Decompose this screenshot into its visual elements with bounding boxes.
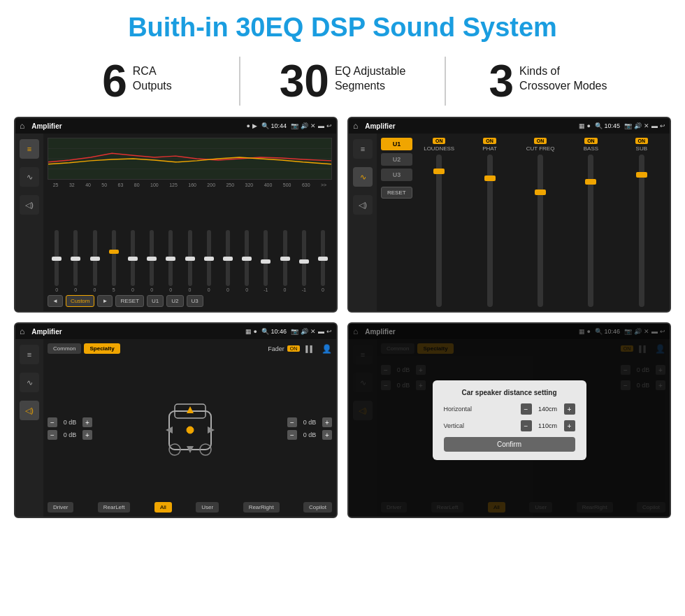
confirm-button[interactable]: Confirm — [444, 437, 575, 452]
eq-sidebar-speaker[interactable]: ◁) — [20, 195, 39, 215]
fader-sidebar-eq[interactable]: ≡ — [20, 345, 39, 364]
eq-u3-btn[interactable]: U3 — [187, 295, 203, 307]
eq-custom-btn[interactable]: Custom — [66, 295, 95, 307]
specialty-tab[interactable]: Specialty — [84, 343, 120, 354]
eq-slider-7[interactable]: 0 — [161, 230, 180, 292]
fader-status-icons-right: 📷 🔊 ✕ ▬ ↩ — [291, 328, 332, 335]
u2-btn[interactable]: U2 — [381, 153, 412, 166]
eq-val-15: 0 — [322, 287, 324, 292]
fader-status-bar: ⌂ Amplifier ▦ ● 🔍 10:46 📷 🔊 ✕ ▬ ↩ — [15, 324, 336, 339]
svg-point-7 — [187, 427, 194, 434]
fader-screen-inner: ≡ ∿ ◁) Common Specialty Fader ON ▌▌ 👤 — [15, 339, 336, 517]
db-minus-fr[interactable]: − — [287, 417, 297, 427]
db-plus-rr[interactable]: + — [322, 430, 332, 440]
freq-125: 125 — [169, 182, 178, 187]
fader-bottom-bar: Driver RearLeft All User RearRight Copil… — [48, 502, 332, 513]
u1-btn[interactable]: U1 — [381, 138, 412, 150]
eq-reset-btn[interactable]: RESET — [115, 295, 144, 307]
cutfreq-label: CUT FREQ — [526, 145, 555, 152]
driver-btn[interactable]: Driver — [48, 502, 73, 513]
db-plus-rl[interactable]: + — [82, 430, 92, 440]
user-btn[interactable]: User — [196, 502, 219, 513]
stat-crossover-label: Kinds ofCrossover Modes — [519, 59, 607, 94]
fader-sidebar-wave[interactable]: ∿ — [20, 373, 39, 392]
eq-prev-btn[interactable]: ◄ — [48, 295, 63, 307]
dot-icon: ● — [247, 122, 250, 129]
horizontal-minus-btn[interactable]: − — [521, 403, 532, 415]
eq-slider-9[interactable]: 0 — [200, 230, 218, 292]
crossover-sidebar-speaker[interactable]: ◁) — [353, 195, 373, 215]
vertical-minus-btn[interactable]: − — [521, 420, 532, 431]
eq-sidebar-wave[interactable]: ∿ — [20, 167, 39, 187]
eq-slider-11[interactable]: 0 — [238, 230, 256, 292]
volume-icon-2: 🔊 — [634, 122, 642, 129]
dialog-horizontal-row: Horizontal − 140cm + — [444, 403, 575, 415]
eq-slider-13[interactable]: 0 — [275, 230, 294, 292]
crossover-reset-btn[interactable]: RESET — [381, 187, 412, 199]
db-minus-rl[interactable]: − — [48, 430, 57, 440]
eq-slider-4[interactable]: 5 — [105, 230, 123, 292]
eq-slider-3[interactable]: 0 — [85, 230, 103, 292]
common-tab[interactable]: Common — [48, 343, 81, 354]
window-icon: ▬ — [318, 122, 324, 129]
eq-status-bar: ⌂ Amplifier ● ▶ 🔍 10:44 📷 🔊 ✕ ▬ ↩ — [15, 118, 336, 134]
eq-u1-btn[interactable]: U1 — [147, 295, 164, 307]
close-icon-3: ✕ — [310, 328, 316, 335]
eq-val-13: 0 — [284, 287, 287, 292]
copilot-btn[interactable]: Copilot — [303, 502, 332, 513]
eq-slider-5[interactable]: 0 — [124, 230, 142, 292]
eq-slider-8[interactable]: 0 — [180, 230, 199, 292]
eq-slider-1[interactable]: 0 — [48, 230, 66, 292]
rearleft-btn[interactable]: RearLeft — [98, 502, 131, 513]
u3-btn[interactable]: U3 — [381, 169, 412, 181]
fader-on-badge: ON — [287, 345, 301, 352]
db-plus-fr[interactable]: + — [322, 417, 332, 427]
db-plus-fl[interactable]: + — [82, 417, 92, 427]
sub-label: SUB — [636, 145, 647, 152]
eq-play-btn[interactable]: ► — [97, 295, 113, 307]
eq-left-sidebar: ≡ ∿ ◁) — [15, 134, 43, 311]
phat-slider[interactable] — [487, 155, 493, 307]
window-icon-2: ▬ — [651, 122, 658, 129]
freq-80: 80 — [134, 182, 140, 187]
eq-graph — [48, 138, 332, 180]
cutfreq-on-badge: ON — [534, 138, 547, 144]
horizontal-plus-btn[interactable]: + — [564, 403, 575, 415]
fader-sidebar-speaker[interactable]: ◁) — [20, 401, 39, 420]
fader-time: 🔍 10:46 — [261, 328, 287, 335]
freq-160: 160 — [188, 182, 196, 187]
eq-slider-12[interactable]: -1 — [257, 230, 275, 292]
eq-slider-15[interactable]: 0 — [314, 230, 332, 292]
fader-screen-title: Amplifier — [31, 328, 240, 336]
vertical-plus-btn[interactable]: + — [564, 420, 575, 431]
eq-time: 🔍 10:44 — [261, 122, 287, 129]
eq-u2-btn[interactable]: U2 — [166, 295, 183, 307]
loudness-slider[interactable] — [436, 155, 442, 307]
db-row-rl: − 0 dB + — [48, 430, 92, 440]
freq-32: 32 — [69, 182, 75, 187]
sub-on-badge: ON — [635, 138, 649, 144]
expand-icon[interactable]: >> — [321, 182, 326, 187]
sub-slider[interactable] — [639, 155, 644, 307]
eq-bottom-bar: ◄ Custom ► RESET U1 U2 U3 — [48, 295, 332, 307]
all-btn[interactable]: All — [154, 502, 172, 513]
stat-divider-2 — [445, 57, 446, 106]
rearright-btn[interactable]: RearRight — [243, 502, 280, 513]
crossover-main-content: U1 U2 U3 RESET ON LOUDNESS — [377, 134, 670, 311]
crossover-sidebar-eq[interactable]: ≡ — [353, 139, 373, 159]
cutfreq-slider[interactable] — [538, 155, 543, 307]
eq-slider-14[interactable]: -1 — [295, 230, 313, 292]
stat-rca: 6 RCAOutputs — [42, 59, 232, 103]
eq-sidebar-eq[interactable]: ≡ — [20, 139, 39, 159]
db-minus-rr[interactable]: − — [287, 430, 297, 440]
crossover-col-cutfreq: ON CUT FREQ — [517, 138, 564, 307]
crossover-channel-list: U1 U2 U3 RESET — [381, 138, 412, 307]
crossover-sidebar-wave[interactable]: ∿ — [353, 167, 373, 187]
volume-icon-3: 🔊 — [301, 328, 308, 335]
eq-slider-10[interactable]: 0 — [219, 230, 237, 292]
camera-icon-2: 📷 — [624, 122, 632, 129]
eq-slider-6[interactable]: 0 — [143, 230, 161, 292]
eq-slider-2[interactable]: 0 — [66, 230, 85, 292]
db-minus-fl[interactable]: − — [48, 417, 57, 427]
bass-slider[interactable] — [588, 155, 593, 307]
